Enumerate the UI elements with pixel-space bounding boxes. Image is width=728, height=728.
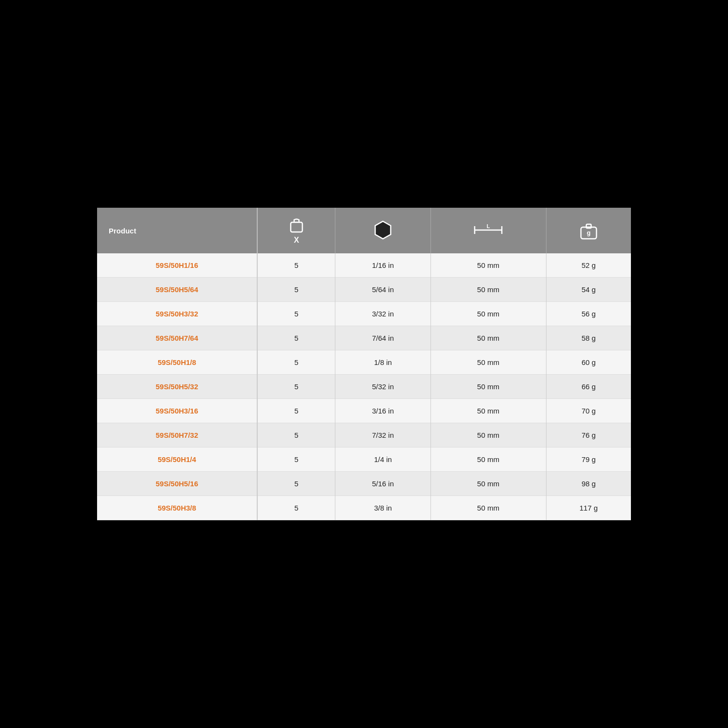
qty-icon-container: X [264, 216, 329, 245]
cell-product[interactable]: 59S/50H5/64 [97, 278, 257, 302]
weight-icon-container: g [552, 220, 625, 241]
cell-length: 50 mm [430, 496, 546, 520]
table-row: 59S/50H5/6455/64 in50 mm54 g [97, 278, 631, 302]
table-row: 59S/50H7/6457/64 in50 mm58 g [97, 326, 631, 350]
length-icon: L [474, 223, 503, 237]
cell-product[interactable]: 59S/50H1/4 [97, 447, 257, 472]
cell-weight: 60 g [546, 350, 631, 375]
cell-qty: 5 [257, 496, 335, 520]
header-weight: g [546, 208, 631, 253]
cell-length: 50 mm [430, 423, 546, 447]
header-length: L [430, 208, 546, 253]
cell-weight: 58 g [546, 326, 631, 350]
cell-qty: 5 [257, 472, 335, 496]
cell-size: 7/64 in [335, 326, 430, 350]
cell-weight: 52 g [546, 253, 631, 278]
length-icon-container: L [437, 223, 540, 238]
table-row: 59S/50H1/1651/16 in50 mm52 g [97, 253, 631, 278]
cell-length: 50 mm [430, 472, 546, 496]
table-row: 59S/50H5/3255/32 in50 mm66 g [97, 375, 631, 399]
cell-length: 50 mm [430, 253, 546, 278]
tag-icon [289, 216, 304, 234]
cell-product[interactable]: 59S/50H1/8 [97, 350, 257, 375]
cell-size: 5/32 in [335, 375, 430, 399]
cell-length: 50 mm [430, 375, 546, 399]
cell-qty: 5 [257, 350, 335, 375]
cell-product[interactable]: 59S/50H5/16 [97, 472, 257, 496]
table-row: 59S/50H1/851/8 in50 mm60 g [97, 350, 631, 375]
cell-length: 50 mm [430, 350, 546, 375]
table-row: 59S/50H3/3253/32 in50 mm56 g [97, 302, 631, 326]
cell-length: 50 mm [430, 302, 546, 326]
table-row: 59S/50H7/3257/32 in50 mm76 g [97, 423, 631, 447]
table-row: 59S/50H3/1653/16 in50 mm70 g [97, 399, 631, 423]
cell-length: 50 mm [430, 278, 546, 302]
cell-product[interactable]: 59S/50H1/16 [97, 253, 257, 278]
header-qty: X [257, 208, 335, 253]
svg-text:g: g [587, 229, 591, 236]
cell-size: 5/64 in [335, 278, 430, 302]
cell-size: 1/16 in [335, 253, 430, 278]
cell-weight: 79 g [546, 447, 631, 472]
cell-weight: 54 g [546, 278, 631, 302]
weight-icon: g [579, 220, 598, 241]
cell-weight: 98 g [546, 472, 631, 496]
cell-weight: 117 g [546, 496, 631, 520]
cell-weight: 56 g [546, 302, 631, 326]
table-row: 59S/50H1/451/4 in50 mm79 g [97, 447, 631, 472]
cell-size: 5/16 in [335, 472, 430, 496]
cell-product[interactable]: 59S/50H3/8 [97, 496, 257, 520]
cell-size: 3/8 in [335, 496, 430, 520]
cell-qty: 5 [257, 302, 335, 326]
cell-qty: 5 [257, 399, 335, 423]
cell-qty: 5 [257, 423, 335, 447]
cell-size: 1/8 in [335, 350, 430, 375]
cell-product[interactable]: 59S/50H3/16 [97, 399, 257, 423]
cell-size: 3/16 in [335, 399, 430, 423]
table-header-row: Product X [97, 208, 631, 253]
cell-length: 50 mm [430, 399, 546, 423]
product-table: Product X [97, 208, 631, 520]
cell-product[interactable]: 59S/50H3/32 [97, 302, 257, 326]
cell-size: 3/32 in [335, 302, 430, 326]
table-row: 59S/50H3/853/8 in50 mm117 g [97, 496, 631, 520]
header-product: Product [97, 208, 257, 253]
cell-weight: 70 g [546, 399, 631, 423]
svg-marker-1 [375, 221, 391, 239]
cell-product[interactable]: 59S/50H7/32 [97, 423, 257, 447]
svg-rect-0 [291, 222, 302, 232]
hex-icon-container [341, 219, 424, 242]
hexagon-icon [372, 219, 394, 241]
cell-weight: 66 g [546, 375, 631, 399]
cell-length: 50 mm [430, 326, 546, 350]
cell-weight: 76 g [546, 423, 631, 447]
header-hex-size [335, 208, 430, 253]
cell-size: 1/4 in [335, 447, 430, 472]
cell-product[interactable]: 59S/50H5/32 [97, 375, 257, 399]
svg-rect-7 [586, 224, 591, 228]
svg-text:L: L [487, 223, 490, 229]
cell-qty: 5 [257, 447, 335, 472]
cell-qty: 5 [257, 326, 335, 350]
cell-size: 7/32 in [335, 423, 430, 447]
table-row: 59S/50H5/1655/16 in50 mm98 g [97, 472, 631, 496]
cell-qty: 5 [257, 253, 335, 278]
cell-product[interactable]: 59S/50H7/64 [97, 326, 257, 350]
cell-qty: 5 [257, 278, 335, 302]
cell-length: 50 mm [430, 447, 546, 472]
cell-qty: 5 [257, 375, 335, 399]
